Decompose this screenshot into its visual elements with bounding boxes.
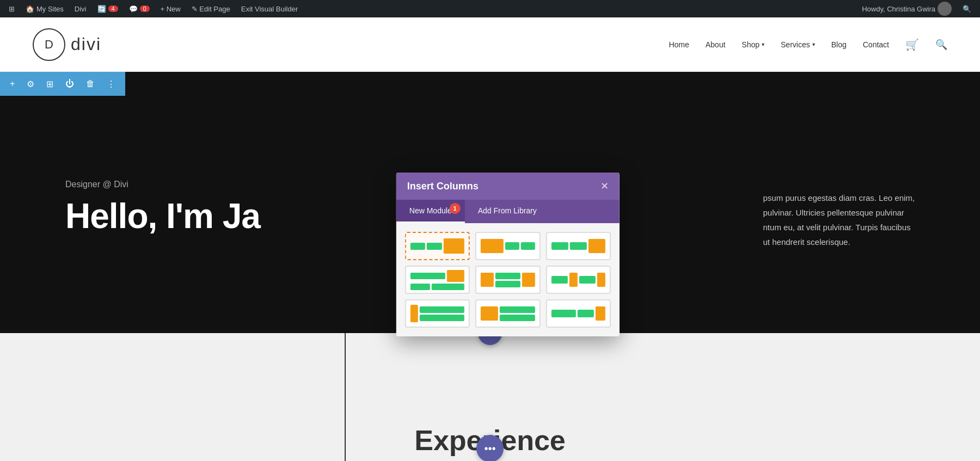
admin-bar: ⊞ 🏠 My Sites Divi 🔄 4 💬 0 + New ✎ Edit P… (0, 0, 980, 17)
my-sites-item[interactable]: 🏠 My Sites (21, 0, 68, 17)
modal-body (396, 223, 620, 336)
services-dropdown-icon: ▾ (812, 41, 815, 47)
exit-builder-item[interactable]: Exit Visual Builder (237, 0, 303, 17)
logo-area[interactable]: D divi (33, 28, 101, 61)
layout-option-4[interactable] (405, 266, 470, 294)
wp-icon: ⊞ (9, 5, 15, 13)
edit-page-label: ✎ Edit Page (192, 5, 230, 13)
search-item[interactable]: 🔍 (958, 5, 976, 13)
hero-content: Designer @ Divi Hello, I'm Ja (0, 136, 326, 269)
columns-grid (405, 232, 611, 328)
logo-circle: D (33, 28, 65, 61)
main-content: + ⚙ ⊞ ⏻ 🗑 ⋮ Designer @ Divi Hello, I'm J… (0, 72, 980, 461)
howdy-item[interactable]: Howdy, Christina Gwira (857, 2, 956, 16)
search-icon: 🔍 (963, 5, 971, 13)
exit-builder-label: Exit Visual Builder (241, 5, 298, 13)
lower-section: Experience ••• (0, 333, 980, 461)
new-label: + New (161, 5, 181, 13)
toolbar-delete-btn[interactable]: 🗑 (83, 77, 98, 91)
hero-section: + ⚙ ⊞ ⏻ 🗑 ⋮ Designer @ Divi Hello, I'm J… (0, 72, 980, 333)
logo-letter: D (45, 38, 53, 52)
nav-shop[interactable]: Shop ▾ (742, 40, 764, 49)
layout-option-9[interactable] (546, 299, 610, 328)
comments-icon: 💬 (129, 5, 138, 13)
nav-home[interactable]: Home (669, 40, 689, 49)
left-panel (0, 333, 346, 461)
nav-about[interactable]: About (706, 40, 726, 49)
my-sites-icon: 🏠 (26, 5, 34, 13)
layout-option-2[interactable] (475, 232, 540, 260)
layout-option-6[interactable] (546, 266, 610, 294)
modal-close-btn[interactable]: ✕ (601, 180, 609, 192)
new-item[interactable]: + New (156, 0, 185, 17)
floating-dots-btn[interactable]: ••• (476, 435, 504, 461)
toolbar-settings-btn[interactable]: ⚙ (23, 77, 38, 91)
modal-tabs: New Module 1 Add From Library (396, 200, 620, 223)
divi-label: Divi (75, 5, 87, 13)
my-sites-label: My Sites (36, 5, 64, 13)
howdy-label: Howdy, Christina Gwira (862, 5, 935, 13)
hero-subtitle: Designer @ Divi (65, 180, 260, 189)
layout-option-1[interactable] (405, 232, 470, 260)
modal-header: Insert Columns ✕ (396, 173, 620, 200)
header-search-icon[interactable]: 🔍 (935, 39, 947, 51)
tab-new-module[interactable]: New Module 1 (396, 200, 465, 223)
main-nav: Home About Shop ▾ Services ▾ Blog Contac… (669, 38, 947, 51)
modal-title: Insert Columns (407, 181, 479, 192)
insert-columns-modal: Insert Columns ✕ New Module 1 Add From L… (396, 173, 620, 336)
comments-item[interactable]: 💬 0 (125, 0, 154, 17)
updates-badge: 4 (108, 5, 118, 12)
nav-services[interactable]: Services ▾ (781, 40, 815, 49)
logo-text: divi (71, 34, 101, 54)
layout-option-3[interactable] (546, 232, 610, 260)
tab-badge: 1 (450, 203, 461, 214)
updates-item[interactable]: 🔄 4 (93, 0, 122, 17)
layout-option-7[interactable] (405, 299, 470, 328)
hero-title: Hello, I'm Ja (65, 196, 260, 236)
edit-page-item[interactable]: ✎ Edit Page (187, 0, 235, 17)
toolbar-add-btn[interactable]: + (7, 77, 18, 91)
nav-blog[interactable]: Blog (831, 40, 847, 49)
cart-icon[interactable]: 🛒 (905, 38, 919, 51)
layout-option-5[interactable] (475, 266, 540, 294)
comments-badge: 0 (140, 5, 150, 12)
admin-bar-right: Howdy, Christina Gwira 🔍 (857, 2, 976, 16)
wp-logo-item[interactable]: ⊞ (4, 0, 19, 17)
toolbar-layout-btn[interactable]: ⊞ (43, 77, 57, 91)
site-header: D divi Home About Shop ▾ Services ▾ Blog… (0, 17, 980, 72)
nav-contact[interactable]: Contact (863, 40, 889, 49)
toolbar-more-btn[interactable]: ⋮ (103, 77, 119, 91)
dots-icon: ••• (484, 442, 495, 455)
tab-add-library[interactable]: Add From Library (465, 200, 550, 223)
divi-item[interactable]: Divi (70, 0, 91, 17)
section-toolbar: + ⚙ ⊞ ⏻ 🗑 ⋮ (0, 72, 125, 96)
hero-body-text: psum purus egestas diam cras. Leo enim, … (763, 190, 915, 249)
shop-dropdown-icon: ▾ (762, 41, 764, 47)
updates-icon: 🔄 (97, 5, 106, 13)
layout-option-8[interactable] (475, 299, 540, 328)
toolbar-power-btn[interactable]: ⏻ (62, 77, 77, 91)
user-avatar (938, 2, 952, 16)
